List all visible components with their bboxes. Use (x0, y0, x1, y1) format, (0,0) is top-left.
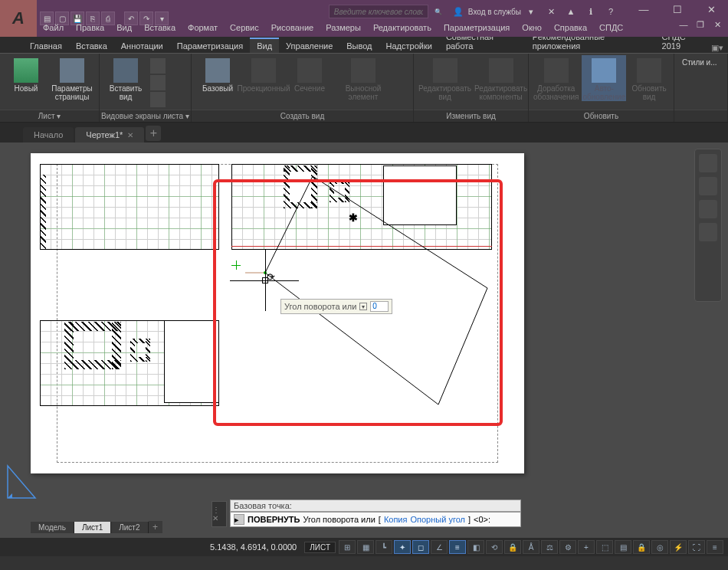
close-button[interactable]: ✕ (694, 0, 728, 18)
ribbon-tab-parametric[interactable]: Параметризация (170, 39, 250, 53)
menu-window[interactable]: Окно (516, 18, 548, 37)
layout-tab-2[interactable]: Лист2 (111, 522, 148, 533)
status-ortho-icon[interactable]: ┗ (375, 540, 392, 554)
command-line-handle[interactable]: ⋮ ✕ (212, 501, 227, 527)
status-customize-icon[interactable]: ≡ (707, 540, 723, 554)
navigation-bar (694, 149, 722, 302)
ribbon-tab-home[interactable]: Главная (23, 39, 69, 53)
app-store-icon[interactable]: ▲ (562, 3, 579, 20)
ribbon-tab-insert[interactable]: Вставка (69, 39, 114, 53)
viewport-clip-icon[interactable] (150, 75, 166, 90)
symbol-sketch-button: Доработка обозначения (533, 55, 579, 101)
status-transparency-icon[interactable]: ◧ (467, 540, 484, 554)
ribbon-tab-manage[interactable]: Управление (279, 39, 339, 53)
signin-dropdown-icon[interactable]: ▾ (523, 3, 539, 20)
section-view-button: Сечение (288, 55, 331, 93)
insert-view-button[interactable]: Вставить вид (104, 55, 147, 101)
status-autoscale-icon[interactable]: ⚖ (541, 540, 558, 554)
menu-parametric[interactable]: Параметризация (438, 18, 516, 37)
nav-pan-icon[interactable] (699, 177, 717, 195)
viewport-lock-icon[interactable] (150, 92, 166, 107)
panel-viewports-title[interactable]: Видовые экраны листа ▾ (100, 110, 191, 122)
command-option-copy[interactable]: Копия (384, 515, 408, 524)
status-isolate-icon[interactable]: ◎ (651, 540, 668, 554)
info-icon[interactable]: ℹ (582, 3, 599, 20)
hatch-frame-bl (64, 322, 121, 369)
status-lock-ui-icon[interactable]: 🔒 (633, 540, 650, 554)
minimize-button[interactable]: — (627, 0, 661, 18)
panel-layout-title[interactable]: Лист ▾ (0, 110, 99, 122)
command-option-reference[interactable]: Опорный угол (410, 515, 465, 524)
status-annomonitor-icon[interactable]: + (578, 540, 595, 554)
layout-tab-1[interactable]: Лист1 (74, 522, 111, 533)
nav-zoom-icon[interactable] (699, 200, 717, 218)
command-name: ПОВЕРНУТЬ (248, 515, 300, 524)
status-polar-icon[interactable]: ✦ (394, 540, 411, 554)
help-icon[interactable]: ? (602, 3, 619, 20)
status-units-icon[interactable]: ⬚ (596, 540, 613, 554)
drawing-area[interactable]: ✱ ⟳ Угол поворота или ▾ 0 (0, 142, 728, 538)
menu-dimension[interactable]: Размеры (320, 18, 367, 37)
doc-tab-start[interactable]: Начало (23, 127, 74, 142)
ribbon-tab-annotate[interactable]: Аннотации (114, 39, 170, 53)
status-osnap-icon[interactable]: ◻ (412, 540, 429, 554)
status-annoscale-icon[interactable]: 🔒 (504, 540, 521, 554)
detail-view-button: Выносной элемент (334, 55, 392, 101)
status-grid-icon[interactable]: ⊞ (339, 540, 356, 554)
base-view-button[interactable]: Базовый (196, 55, 239, 93)
search-input[interactable] (329, 5, 428, 18)
status-workspace-icon[interactable]: ⚙ (559, 540, 576, 554)
menu-edit[interactable]: Правка (70, 18, 110, 37)
menu-spds[interactable]: СПДС (593, 18, 629, 37)
menu-tools[interactable]: Сервис (224, 18, 265, 37)
ribbon-expand-icon[interactable]: ▣▾ (711, 43, 723, 53)
doc-tab-add[interactable]: + (146, 126, 161, 141)
menu-modify[interactable]: Редактировать (367, 18, 438, 37)
status-coordinates: 5.1438, 4.6914, 0.0000 (202, 542, 304, 552)
nav-wheel-icon[interactable] (699, 154, 717, 172)
page-setup-button[interactable]: Параметры страницы (51, 55, 93, 101)
viewport-rect-icon[interactable] (150, 58, 166, 74)
menu-draw[interactable]: Рисование (265, 18, 320, 37)
auto-update-button[interactable]: Авто- обновление (582, 55, 626, 101)
styles-label[interactable]: Стили и... (679, 55, 720, 70)
doc-tab-close-icon[interactable]: ✕ (127, 131, 133, 139)
ribbon-tab-view[interactable]: Вид (250, 38, 279, 53)
status-cycling-icon[interactable]: ⟲ (486, 540, 503, 554)
ucs-icon (5, 460, 46, 504)
maximize-button[interactable]: ☐ (661, 0, 694, 18)
status-quickprops-icon[interactable]: ▤ (615, 540, 631, 554)
doc-close-icon[interactable]: ✕ (711, 18, 723, 31)
search-go-icon[interactable]: 🔍 (430, 3, 447, 20)
app-logo[interactable]: A (0, 0, 37, 37)
nav-orbit-icon[interactable] (699, 223, 717, 241)
doc-minimize-icon[interactable]: — (677, 18, 690, 31)
menu-file[interactable]: Файл (37, 18, 70, 37)
hatch-frame-bl-small (130, 339, 150, 362)
status-otrack-icon[interactable]: ∠ (431, 540, 448, 554)
exchange-icon[interactable]: ✕ (543, 3, 559, 20)
status-space[interactable]: ЛИСТ (304, 542, 336, 553)
menu-view[interactable]: Вид (110, 18, 138, 37)
status-cleanscreen-icon[interactable]: ⛶ (688, 540, 705, 554)
ribbon-tab-output[interactable]: Вывод (339, 39, 379, 53)
status-hwacc-icon[interactable]: ⚡ (670, 540, 687, 554)
plain-rectangle-bl (164, 320, 219, 403)
layout-tab-model[interactable]: Модель (31, 522, 74, 533)
command-history: Базовая точка: (230, 500, 521, 512)
signin-icon[interactable]: 👤 (450, 3, 467, 20)
layout-tab-add[interactable]: + (149, 521, 162, 533)
doc-restore-icon[interactable]: ❐ (694, 18, 707, 31)
signin-label[interactable]: Вход в службы (468, 8, 521, 16)
command-line[interactable]: ⋮ ✕ Базовая точка: ▸ ПОВЕРНУТЬ Угол пово… (230, 500, 521, 527)
menu-format[interactable]: Формат (182, 18, 224, 37)
doc-tab-active[interactable]: Чертеж1*✕ (75, 127, 144, 142)
status-snap-icon[interactable]: ▦ (357, 540, 374, 554)
status-annovisibility-icon[interactable]: Å (523, 540, 539, 554)
menu-insert[interactable]: Вставка (138, 18, 182, 37)
ribbon-tab-addins[interactable]: Надстройки (379, 39, 439, 53)
status-lwt-icon[interactable]: ≡ (449, 540, 466, 554)
new-layout-button[interactable]: Новый (5, 55, 48, 93)
menu-help[interactable]: Справка (548, 18, 593, 37)
command-prompt-icon[interactable]: ▸ (234, 514, 244, 525)
